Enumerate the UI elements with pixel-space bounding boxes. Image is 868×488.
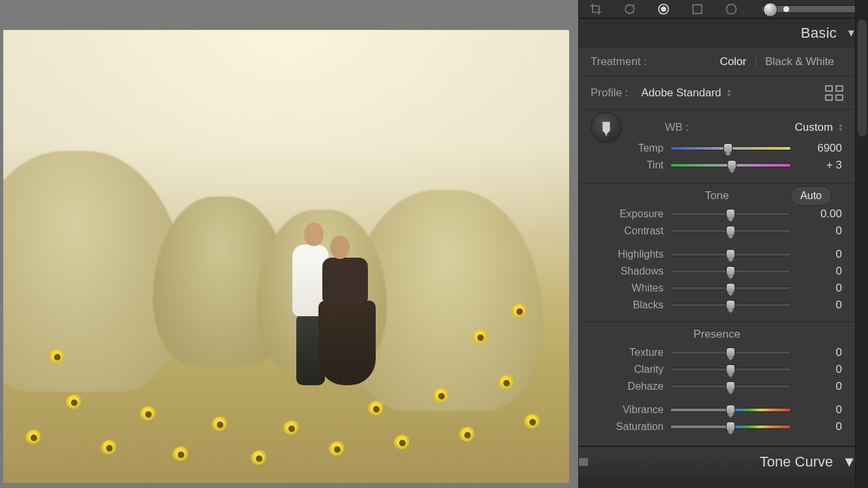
subject-woman bbox=[322, 236, 371, 385]
flower-shape bbox=[498, 375, 515, 392]
redeye-tool-icon[interactable] bbox=[654, 2, 673, 16]
updown-chev-icon: ▲▼ bbox=[838, 123, 843, 132]
temp-label: Temp bbox=[591, 142, 664, 154]
tint-value[interactable]: + 3 bbox=[798, 159, 843, 172]
basic-panel-header[interactable]: Basic ▼ bbox=[579, 19, 868, 47]
exposure-label: Exposure bbox=[591, 208, 664, 220]
highlights-value[interactable]: 0 bbox=[798, 248, 843, 261]
tint-label: Tint bbox=[591, 159, 664, 171]
tint-slider[interactable] bbox=[670, 160, 791, 170]
tone-heading: Tone bbox=[705, 189, 729, 202]
shadows-value[interactable]: 0 bbox=[798, 265, 843, 278]
profile-row: Profile : Adobe Standard ▲▼ bbox=[579, 76, 855, 110]
temp-slider[interactable] bbox=[670, 143, 791, 154]
scrollbar-thumb[interactable] bbox=[858, 20, 867, 137]
exposure-slider[interactable] bbox=[670, 209, 791, 219]
subject-couple bbox=[290, 210, 374, 385]
profile-label: Profile : bbox=[591, 87, 628, 100]
develop-panel-column: Basic ▼ Treatment : Color Black & White … bbox=[578, 0, 868, 488]
flower-shape bbox=[524, 414, 541, 431]
flower-shape bbox=[368, 401, 385, 418]
texture-slider[interactable] bbox=[670, 347, 791, 358]
saturation-value[interactable]: 0 bbox=[798, 420, 843, 433]
local-adjustment-toolstrip bbox=[579, 0, 868, 18]
texture-value[interactable]: 0 bbox=[798, 346, 843, 359]
preview-area bbox=[0, 0, 578, 488]
shadows-label: Shadows bbox=[591, 265, 664, 277]
svg-point-0 bbox=[625, 5, 634, 13]
panel-scrollbar[interactable] bbox=[855, 0, 868, 488]
treatment-row: Treatment : Color Black & White bbox=[579, 47, 855, 76]
exposure-value[interactable]: 0.00 bbox=[798, 208, 843, 221]
crop-tool-icon[interactable] bbox=[587, 2, 605, 16]
profile-browser-icon[interactable] bbox=[825, 85, 843, 101]
presence-group: Presence Texture 0 Clarity 0 Dehaze 0 Vi… bbox=[579, 322, 855, 446]
flower-shape bbox=[49, 349, 66, 366]
profile-value: Adobe Standard bbox=[641, 87, 721, 100]
clarity-slider[interactable] bbox=[670, 364, 791, 375]
flower-shape bbox=[283, 420, 300, 437]
vibrance-value[interactable]: 0 bbox=[798, 403, 843, 416]
white-balance-group: WB : Custom ▲▼ Temp 6900 Tint bbox=[579, 110, 855, 183]
tone-curve-panel-header[interactable]: Tone Curve ▼ bbox=[579, 446, 868, 476]
wb-preset-value: Custom bbox=[795, 121, 833, 134]
temp-row: Temp 6900 bbox=[591, 140, 843, 157]
whites-value[interactable]: 0 bbox=[798, 282, 843, 295]
flower-shape bbox=[173, 446, 189, 463]
wb-eyedropper-button[interactable] bbox=[591, 112, 622, 143]
clarity-value[interactable]: 0 bbox=[798, 363, 843, 376]
treatment-bw-option[interactable]: Black & White bbox=[756, 55, 843, 68]
flower-shape bbox=[459, 427, 476, 444]
flower-shape bbox=[394, 435, 411, 452]
treatment-color-option[interactable]: Color bbox=[711, 55, 756, 68]
treatment-label: Treatment : bbox=[591, 55, 647, 68]
chevron-down-icon: ▼ bbox=[842, 454, 856, 470]
spot-removal-tool-icon[interactable] bbox=[621, 2, 639, 16]
texture-label: Texture bbox=[591, 347, 664, 359]
blacks-label: Blacks bbox=[591, 299, 664, 311]
flower-shape bbox=[140, 406, 157, 423]
saturation-label: Saturation bbox=[591, 421, 664, 433]
vibrance-label: Vibrance bbox=[591, 404, 664, 416]
tone-curve-title: Tone Curve bbox=[760, 454, 833, 470]
panel-toggle-icon[interactable] bbox=[579, 458, 588, 466]
contrast-slider[interactable] bbox=[670, 226, 791, 236]
dehaze-slider[interactable] bbox=[670, 381, 791, 392]
dehaze-label: Dehaze bbox=[591, 381, 664, 392]
contrast-value[interactable]: 0 bbox=[798, 224, 843, 237]
vibrance-slider[interactable] bbox=[670, 405, 791, 415]
tint-row: Tint + 3 bbox=[591, 157, 843, 174]
flower-shape bbox=[66, 394, 83, 411]
adjustment-brush-size-slider[interactable] bbox=[761, 5, 860, 13]
flower-shape bbox=[25, 429, 42, 446]
svg-point-2 bbox=[662, 7, 666, 11]
profile-dropdown[interactable]: Adobe Standard ▲▼ bbox=[641, 87, 732, 100]
svg-point-4 bbox=[727, 4, 736, 14]
tone-group: Tone Auto Exposure 0.00 Contrast 0 Highl… bbox=[579, 183, 855, 322]
basic-panel-title: Basic bbox=[801, 25, 837, 42]
blacks-slider[interactable] bbox=[670, 300, 791, 310]
wb-preset-dropdown[interactable]: Custom ▲▼ bbox=[795, 121, 844, 134]
shadows-slider[interactable] bbox=[670, 266, 791, 277]
flower-shape bbox=[212, 416, 229, 433]
wb-label: WB : bbox=[665, 121, 689, 134]
highlights-label: Highlights bbox=[591, 249, 664, 260]
highlights-slider[interactable] bbox=[670, 249, 791, 260]
preview-image[interactable] bbox=[3, 30, 569, 483]
flower-shape bbox=[101, 440, 118, 457]
updown-chev-icon: ▲▼ bbox=[727, 88, 732, 98]
auto-tone-button[interactable]: Auto bbox=[791, 186, 832, 206]
contrast-label: Contrast bbox=[591, 225, 664, 237]
temp-value[interactable]: 6900 bbox=[798, 142, 843, 155]
whites-slider[interactable] bbox=[670, 283, 791, 293]
flower-shape bbox=[433, 388, 450, 405]
flower-shape bbox=[511, 303, 528, 320]
flower-shape bbox=[472, 329, 489, 346]
graduated-filter-tool-icon[interactable] bbox=[688, 2, 707, 16]
blacks-value[interactable]: 0 bbox=[798, 299, 843, 312]
basic-panel: Basic ▼ Treatment : Color Black & White … bbox=[579, 18, 868, 446]
radial-filter-tool-icon[interactable] bbox=[722, 2, 740, 16]
dehaze-value[interactable]: 0 bbox=[798, 380, 843, 393]
clarity-label: Clarity bbox=[591, 364, 664, 375]
saturation-slider[interactable] bbox=[670, 422, 791, 432]
